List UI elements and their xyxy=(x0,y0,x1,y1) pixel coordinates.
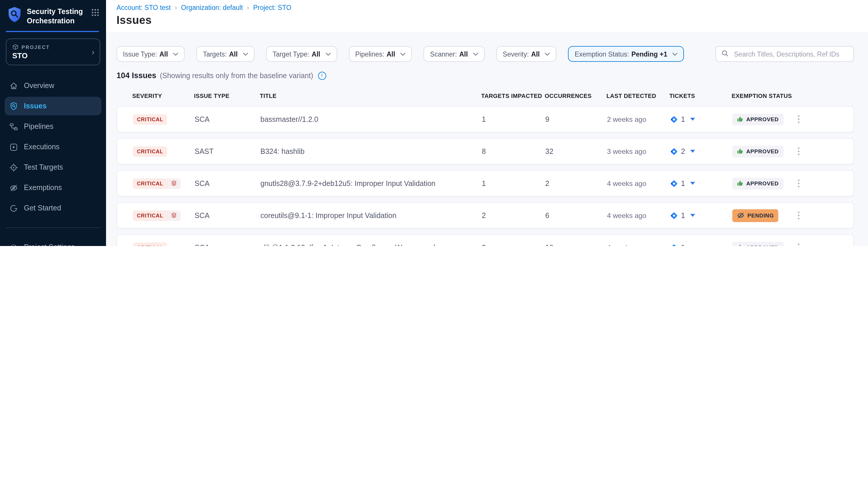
caret-down-icon[interactable] xyxy=(690,150,695,153)
table-row[interactable]: CRITICALSCAgnutls28@3.7.9-2+deb12u5: Imp… xyxy=(116,170,854,196)
module-switcher-icon[interactable] xyxy=(91,9,99,16)
last-detected: 3 weeks ago xyxy=(607,147,670,155)
row-menu-button[interactable] xyxy=(794,243,800,246)
project-selector[interactable]: PROJECT STO › xyxy=(6,39,100,65)
eye-off-icon xyxy=(737,212,744,219)
severity-badge: CRITICAL xyxy=(133,114,167,124)
severity-label: CRITICAL xyxy=(133,146,167,156)
sidebar-item-overview[interactable]: Overview xyxy=(5,76,101,95)
filter-target-type[interactable]: Target Type:All xyxy=(266,46,337,62)
column-header-targets-impacted: TARGETS IMPACTED xyxy=(481,93,545,99)
exemption-cell: APPROVED xyxy=(732,114,794,125)
severity-label: CRITICAL xyxy=(133,242,167,246)
project-cube-icon xyxy=(12,44,19,50)
filter-value: Pending +1 xyxy=(631,50,667,57)
issue-type: SCA xyxy=(194,179,260,188)
severity-label: CRITICAL xyxy=(133,210,167,221)
severity-cell: CRITICAL xyxy=(133,242,194,246)
issue-type: SCA xyxy=(194,243,260,246)
exemption-status-label: PENDING xyxy=(747,212,774,219)
sidebar-item-issues[interactable]: Issues xyxy=(5,97,101,116)
occurrences: 32 xyxy=(545,147,607,155)
occurrences: 9 xyxy=(545,115,607,123)
row-menu-button[interactable] xyxy=(794,147,800,156)
caret-down-icon[interactable] xyxy=(690,118,695,121)
sto-shield-logo-icon xyxy=(7,6,22,23)
approved-badge: APPROVED xyxy=(732,242,783,246)
baseline-note: (Showing results only from the baseline … xyxy=(160,71,313,79)
last-detected: 4 weeks ago xyxy=(607,211,670,220)
last-detected: 2 weeks ago xyxy=(607,115,670,123)
breadcrumb-link-organization[interactable]: Organization: default xyxy=(181,4,243,11)
breadcrumb-link-project[interactable]: Project: STO xyxy=(253,4,291,11)
chevron-down-icon xyxy=(545,52,550,56)
filter-scanner[interactable]: Scanner:All xyxy=(424,46,485,62)
table-row[interactable]: CRITICALSCAzlib@1:1.2.13.dfsg-1: Integer… xyxy=(116,234,854,246)
occurrences: 10 xyxy=(545,243,607,246)
chevron-down-icon xyxy=(400,52,406,56)
exemption-cell: APPROVED xyxy=(732,177,794,189)
layers-icon xyxy=(167,210,181,221)
exemption-cell: PENDING xyxy=(732,209,794,222)
filter-value: All xyxy=(159,50,168,57)
table-row[interactable]: CRITICALSCAcoreutils@9.1-1: Improper Inp… xyxy=(116,202,854,228)
sidebar-nav: OverviewIssuesPipelinesExecutionsTest Ta… xyxy=(0,75,106,219)
caret-down-icon[interactable] xyxy=(690,182,695,185)
column-header-issue-type: ISSUE TYPE xyxy=(194,93,260,99)
main-content: Account: STO test›Organization: default›… xyxy=(106,0,868,246)
filter-exemption-status[interactable]: Exemption Status:Pending +1 xyxy=(568,46,684,62)
filter-label: Issue Type: xyxy=(123,50,157,57)
topbar: Account: STO test›Organization: default›… xyxy=(106,0,868,32)
targets-impacted: 8 xyxy=(482,147,545,155)
search-input[interactable] xyxy=(733,50,848,58)
jira-ticket-icon xyxy=(670,147,678,155)
exemption-status-label: APPROVED xyxy=(746,244,779,246)
thumbs-up-icon xyxy=(737,148,743,154)
filter-severity[interactable]: Severity:All xyxy=(496,46,557,62)
table-row[interactable]: CRITICALSCAbassmaster//1.2.0192 weeks ag… xyxy=(116,106,854,132)
sidebar-item-label: Test Targets xyxy=(24,163,63,171)
sidebar-item-label: Get Started xyxy=(24,204,61,212)
info-icon[interactable]: i xyxy=(318,71,326,79)
issue-title: bassmaster//1.2.0 xyxy=(260,115,482,123)
severity-cell: CRITICAL xyxy=(133,114,194,124)
chevron-down-icon xyxy=(473,52,478,56)
eye-off-icon xyxy=(9,183,18,192)
sidebar-item-executions[interactable]: Executions xyxy=(5,138,101,156)
row-menu-button[interactable] xyxy=(794,179,800,188)
pipelines-icon xyxy=(9,122,18,131)
home-icon xyxy=(9,81,18,90)
sidebar-item-pipelines[interactable]: Pipelines xyxy=(5,117,101,136)
last-detected: 4 weeks ago xyxy=(607,179,670,188)
column-header-occurrences: OCCURRENCES xyxy=(545,93,606,99)
row-menu-button[interactable] xyxy=(794,211,800,220)
filter-targets[interactable]: Targets:All xyxy=(196,46,255,62)
get-started-icon xyxy=(9,204,18,213)
targets-impacted: 1 xyxy=(482,179,545,188)
tickets-cell: 1 xyxy=(670,115,732,123)
sidebar-item-test-targets[interactable]: Test Targets xyxy=(5,158,101,177)
targets-impacted: 2 xyxy=(482,211,545,220)
issue-title: zlib@1:1.2.13.dfsg-1: Integer Overflow o… xyxy=(260,243,482,246)
sidebar-item-exemptions[interactable]: Exemptions xyxy=(5,178,101,197)
breadcrumb-separator: › xyxy=(175,4,177,11)
filter-pipelines[interactable]: Pipelines:All xyxy=(349,46,412,62)
table-row[interactable]: CRITICALSASTB324: hashlib8323 weeks ago2… xyxy=(116,138,854,164)
thumbs-up-icon xyxy=(737,180,743,187)
row-menu-button[interactable] xyxy=(794,115,800,124)
page-title: Issues xyxy=(116,14,868,27)
table-header: SEVERITYISSUE TYPETITLETARGETS IMPACTEDO… xyxy=(116,93,854,99)
exemption-cell: APPROVED xyxy=(732,145,794,157)
filter-value: All xyxy=(531,50,540,57)
sidebar-item-project-settings[interactable]: Project Settings› xyxy=(5,238,101,246)
issues-table: CRITICALSCAbassmaster//1.2.0192 weeks ag… xyxy=(116,106,854,246)
chevron-right-icon: › xyxy=(92,47,95,56)
sidebar-item-label: Overview xyxy=(24,82,54,90)
filter-issue-type[interactable]: Issue Type:All xyxy=(116,46,185,62)
filters-row: Issue Type:AllTargets:AllTarget Type:All… xyxy=(116,46,854,62)
caret-down-icon[interactable] xyxy=(690,214,695,217)
sidebar-item-get-started[interactable]: Get Started xyxy=(5,199,101,217)
breadcrumb-link-account[interactable]: Account: STO test xyxy=(116,4,171,11)
issue-type: SCA xyxy=(194,211,260,220)
filter-label: Severity: xyxy=(503,50,529,57)
